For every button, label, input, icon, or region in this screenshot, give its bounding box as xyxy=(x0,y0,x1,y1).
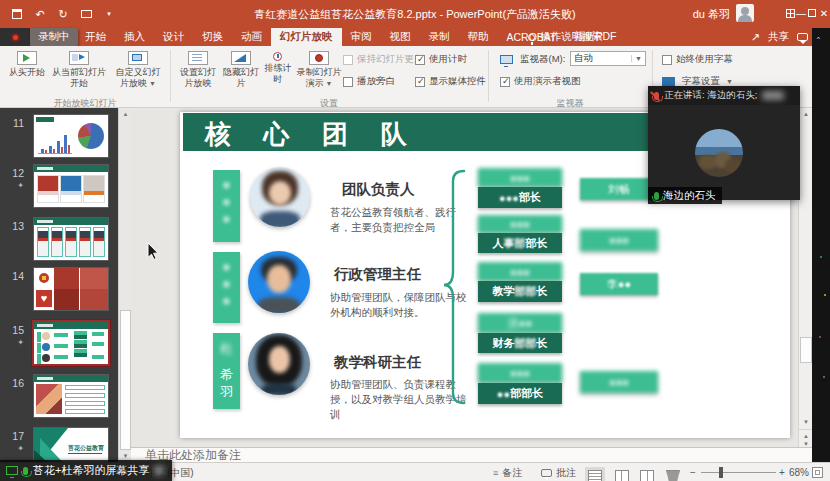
member-photo[interactable] xyxy=(248,333,310,395)
signed-in-user[interactable]: du 希羽 xyxy=(693,7,730,22)
org-member-box[interactable]: 李●● xyxy=(580,273,658,295)
notes-pane[interactable]: 单击此处添加备注 xyxy=(131,447,812,462)
recording-indicator xyxy=(0,28,30,46)
redo-icon[interactable]: ↻ xyxy=(56,7,70,21)
setup-slideshow-button[interactable]: 设置幻灯片放映 xyxy=(176,49,220,88)
video-call-tile[interactable]: 海边的石头 xyxy=(648,105,800,200)
thumbnail-slide-15-current[interactable] xyxy=(34,322,108,364)
org-title-box[interactable]: 财务部部长 xyxy=(478,333,562,353)
comments-button[interactable]: 批注 xyxy=(541,463,576,481)
from-current-slide-button[interactable]: 从当前幻灯片开始 xyxy=(50,49,108,88)
share-button[interactable]: 共享 xyxy=(768,30,789,44)
tab-record[interactable]: 录制 xyxy=(420,28,459,46)
org-name-box[interactable]: ●●● xyxy=(478,168,562,187)
video-call-overlay[interactable]: 正在讲话: 海边的石头; 海边的石头 xyxy=(648,86,800,200)
undo-icon[interactable]: ↶ xyxy=(33,7,47,21)
slide-title[interactable]: 核 心 团 队 xyxy=(205,117,420,152)
scrollbar-thumb[interactable] xyxy=(800,337,812,363)
brace-connector[interactable] xyxy=(443,168,467,408)
tab-insert[interactable]: 插入 xyxy=(115,28,154,46)
monitor-custom-icon xyxy=(128,51,148,65)
tab-slideshow[interactable]: 幻灯片放映 xyxy=(271,28,342,46)
always-use-subtitles-checkbox[interactable]: 始终使用字幕 xyxy=(662,53,733,66)
keep-slides-updated-checkbox[interactable]: 保持幻灯片更新 xyxy=(343,53,424,66)
slide-number: 15 xyxy=(2,324,24,336)
member-name-tag[interactable]: ●●● xyxy=(213,170,240,242)
fit-to-window-icon[interactable] xyxy=(812,467,823,478)
org-title-box[interactable]: ●●●部长 xyxy=(478,187,562,208)
tab-design[interactable]: 设计 xyxy=(154,28,193,46)
member-name-tag[interactable]: ●●● xyxy=(213,252,240,323)
thumbnail-slide-12[interactable] xyxy=(34,165,108,207)
monitor-setup-icon xyxy=(188,51,208,65)
thumbnail-slide-16[interactable] xyxy=(34,375,108,417)
thumbnail-slide-13[interactable] xyxy=(34,218,108,260)
tell-me-search[interactable]: 操作说明搜索 xyxy=(528,28,603,46)
tab-transitions[interactable]: 切换 xyxy=(193,28,232,46)
from-beginning-button[interactable]: 从头开始 xyxy=(6,49,48,78)
user-avatar[interactable] xyxy=(736,4,754,22)
blurred-text xyxy=(154,466,164,475)
animation-star-icon: ✦ xyxy=(6,181,24,190)
main-scrollbar[interactable]: ▲ ▼ ▲ ▼ xyxy=(798,108,812,447)
custom-slideshow-button[interactable]: 自定义幻灯片放映▼ xyxy=(112,49,164,88)
animation-star-icon: ✦ xyxy=(6,444,24,453)
tab-view[interactable]: 视图 xyxy=(381,28,420,46)
notes-button[interactable]: ≡ 备注 xyxy=(493,463,522,481)
slideshow-icon[interactable] xyxy=(79,7,93,21)
view-reading-button[interactable] xyxy=(640,466,654,481)
group-separator xyxy=(170,50,171,102)
slide-thumbnail-panel: 11 12 ✦ 13 14 xyxy=(0,108,131,462)
org-member-box[interactable]: 刘畅 xyxy=(580,178,658,200)
thumbnail-scrollbar-thumb[interactable] xyxy=(120,310,131,450)
org-title-box[interactable]: ●●部部长 xyxy=(478,383,562,404)
member-photo[interactable] xyxy=(248,251,310,313)
zoom-slider-track[interactable] xyxy=(701,472,776,473)
participant-name-label: 海边的石头 xyxy=(648,187,722,204)
show-media-controls-checkbox[interactable]: 显示媒体控件 xyxy=(415,75,486,88)
zoom-level[interactable]: 68% xyxy=(789,463,809,481)
slide-number: 13 xyxy=(2,220,24,232)
org-name-box[interactable]: ●●● xyxy=(478,215,562,233)
org-title-box[interactable]: 教学部部长 xyxy=(478,281,562,302)
tab-help[interactable]: 帮助 xyxy=(459,28,498,46)
save-icon[interactable] xyxy=(10,7,24,21)
member-name-tag[interactable]: 杜希羽 xyxy=(213,333,240,409)
org-member-box[interactable]: ●●● xyxy=(580,229,658,251)
view-normal-button[interactable] xyxy=(588,466,602,481)
org-name-box[interactable]: 洪●● xyxy=(478,313,562,333)
monitor-select[interactable]: 自动▼ xyxy=(570,51,646,66)
tab-animations[interactable]: 动画 xyxy=(232,28,271,46)
record-slideshow-button[interactable]: 录制幻灯片演示▼ xyxy=(296,49,342,88)
hide-slide-button[interactable]: 隐藏幻灯片 xyxy=(223,49,259,88)
view-slideshow-button[interactable] xyxy=(666,466,680,481)
comments-icon[interactable] xyxy=(797,33,808,41)
scroll-up-icon[interactable]: ▲ xyxy=(799,108,813,120)
scroll-down-icon[interactable]: ▼ xyxy=(799,416,813,428)
org-member-box[interactable]: ●●● xyxy=(580,371,658,393)
rehearse-timings-button[interactable]: 排练计时 xyxy=(261,49,295,84)
thumbnail-slide-14[interactable]: ♥ xyxy=(34,268,108,310)
tab-home[interactable]: 开始 xyxy=(76,28,115,46)
powerpoint-window: ↶ ↻ ▾ 青红赛道公益组苔花公益教育8.2.pptx - PowerPoint… xyxy=(0,0,830,481)
thumbnail-scrollbar[interactable]: ▲ ▼ xyxy=(118,108,131,462)
view-sorter-button[interactable] xyxy=(615,466,629,481)
muted-mic-icon xyxy=(654,92,659,100)
close-button[interactable]: ✕ xyxy=(818,0,830,26)
zoom-out-button[interactable]: − xyxy=(690,463,696,481)
tab-review[interactable]: 审阅 xyxy=(342,28,381,46)
zoom-in-button[interactable]: + xyxy=(779,463,785,481)
use-presenter-view-checkbox[interactable]: 使用演示者视图 xyxy=(500,75,581,88)
org-name-box[interactable]: ●●● xyxy=(478,262,562,281)
collapse-chevron-icon[interactable]: ⌃ xyxy=(815,36,822,45)
member-photo[interactable] xyxy=(250,167,310,227)
use-timings-checkbox[interactable]: 使用计时 xyxy=(415,53,467,66)
customize-qat-icon[interactable]: ▾ xyxy=(102,7,116,21)
play-narrations-checkbox[interactable]: 播放旁白 xyxy=(343,75,395,88)
zoom-slider-thumb[interactable] xyxy=(719,467,723,478)
org-title-box[interactable]: 人事部部长 xyxy=(478,233,562,253)
speaking-status: 正在讲话: 海边的石头; xyxy=(664,89,757,102)
restore-button[interactable] xyxy=(806,0,818,26)
thumbnail-slide-11[interactable] xyxy=(34,115,108,157)
org-name-box[interactable]: ●●● xyxy=(478,363,562,383)
